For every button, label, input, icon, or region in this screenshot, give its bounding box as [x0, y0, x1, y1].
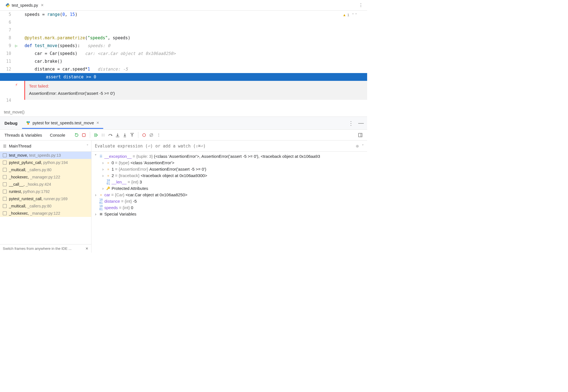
var-exception[interactable]: ˅ ☰ __exception__ = {tuple: 3} (<class '…: [92, 153, 367, 159]
current-execution-line: assert distance >= 0: [0, 73, 367, 81]
thread-name: MainThread: [9, 144, 84, 148]
frame-icon: [3, 168, 7, 172]
expand-eval-icon[interactable]: ˅: [362, 144, 364, 148]
close-run-config-icon[interactable]: ✕: [96, 121, 99, 125]
var-distance[interactable]: 1001 distance = {int} -5: [92, 198, 367, 204]
line-number: 6: [0, 18, 11, 26]
threads-column: MainThread ˅ test_move, test_speeds.py:1…: [0, 141, 92, 253]
add-watch-icon[interactable]: ⊕: [356, 144, 359, 148]
close-hint-icon[interactable]: ✕: [85, 246, 88, 251]
step-into-my-code-icon[interactable]: [121, 131, 129, 139]
variables-column: ⊕ ˅ ˅ ☰ __exception__ = {tuple: 3} (<cla…: [92, 141, 367, 253]
expand-icon[interactable]: ›: [94, 192, 98, 197]
mute-breakpoints-icon[interactable]: [148, 131, 155, 139]
step-into-icon[interactable]: [114, 131, 121, 139]
debug-toolwindow-header: Debug pytest for test_speeds.test_move ✕…: [0, 117, 367, 129]
step-out-icon[interactable]: [129, 131, 136, 139]
view-breakpoints-icon[interactable]: [141, 131, 148, 139]
editor-tab-bar: test_speeds.py ✕ ⋮: [0, 0, 367, 11]
resume-icon[interactable]: [92, 131, 100, 139]
stack-frame[interactable]: pytest_pyfunc_call, python.py:194: [0, 159, 91, 166]
stack-frame[interactable]: _hookexec, _manager.py:122: [0, 210, 91, 217]
group-icon: ▦: [99, 212, 103, 216]
options-icon[interactable]: ⋮: [348, 120, 354, 127]
stack-frame[interactable]: _hookexec, _manager.py:122: [0, 173, 91, 181]
line-number: 7: [0, 26, 11, 34]
thread-dropdown-icon[interactable]: ˅: [86, 144, 88, 148]
layout-settings-icon[interactable]: [357, 131, 364, 139]
frame-icon: [3, 197, 7, 201]
variables-tree: ˅ ☰ __exception__ = {tuple: 3} (<class '…: [92, 152, 367, 253]
object-icon: ≡: [106, 161, 110, 165]
var-special-variables[interactable]: › ▦ Special Variables: [92, 211, 367, 217]
stack-frame[interactable]: runtest, python.py:1792: [0, 188, 91, 195]
exception-icon[interactable]: ⚡: [15, 81, 18, 89]
var-len[interactable]: 1001 __len__ = {int} 3: [92, 179, 367, 185]
var-exception-0[interactable]: › ≡ 0 = {type} <class 'AssertionError'>: [92, 159, 367, 166]
svg-point-1: [28, 121, 30, 123]
stack-frame[interactable]: _multicall, _callers.py:80: [0, 166, 91, 173]
collapse-icon[interactable]: ˅: [94, 154, 98, 159]
thread-selector[interactable]: MainThread ˅: [0, 141, 91, 152]
code-area[interactable]: speeds = range(0, 15) @pytest.mark.param…: [25, 11, 367, 108]
pytest-icon: [26, 121, 30, 125]
run-test-icon[interactable]: ▷: [15, 42, 18, 50]
int-icon: 1001: [99, 205, 103, 210]
debug-body: MainThread ˅ test_move, test_speeds.py:1…: [0, 141, 367, 253]
var-exception-2[interactable]: › ≡ 2 = {traceback} <traceback object at…: [92, 172, 367, 179]
pause-icon[interactable]: [100, 131, 107, 139]
frame-icon: [3, 204, 7, 208]
stack-frame[interactable]: _multicall, _callers.py:80: [0, 202, 91, 210]
code-line: @pytest.mark.parametrize("speeds", speed…: [25, 34, 367, 42]
rerun-icon[interactable]: [73, 131, 80, 139]
stop-icon[interactable]: [80, 131, 88, 139]
code-line: [25, 100, 367, 108]
run-config-label: pytest for test_speeds.test_move: [33, 120, 94, 125]
frame-icon: [3, 211, 7, 215]
stack-frame[interactable]: test_move, test_speeds.py:13: [0, 152, 91, 159]
expand-icon[interactable]: ›: [101, 160, 105, 165]
close-tab-icon[interactable]: ✕: [41, 3, 44, 7]
svg-point-0: [27, 121, 28, 123]
console-tab[interactable]: Console: [50, 133, 65, 137]
expand-icon[interactable]: ›: [101, 173, 105, 178]
line-number: 10: [0, 50, 11, 57]
threads-variables-tab[interactable]: Threads & Variables: [4, 133, 42, 137]
code-line: def test_move(speeds): speeds: 0: [25, 42, 367, 50]
error-title: Test failed:: [29, 83, 363, 90]
line-number: 5: [0, 11, 11, 18]
evaluate-row: ⊕ ˅: [92, 141, 367, 152]
expand-icon[interactable]: ›: [94, 212, 98, 216]
file-tab[interactable]: test_speeds.py ✕: [3, 1, 47, 9]
line-number: 8: [0, 34, 11, 42]
minimize-icon[interactable]: —: [358, 120, 364, 126]
thread-icon: [3, 144, 7, 148]
var-car[interactable]: › ≡ car = {Car} <car.Car object at 0x106…: [92, 192, 367, 198]
var-exception-1[interactable]: › ≡ 1 = {AssertionError} AssertionError(…: [92, 166, 367, 172]
stack-frame[interactable]: pytest_runtest_call, runner.py:169: [0, 195, 91, 202]
line-number: 14: [0, 96, 11, 104]
code-line: [25, 26, 367, 34]
status-hint: Switch frames from anywhere in the IDE .…: [0, 244, 91, 253]
code-line: speeds = range(0, 15): [25, 11, 367, 18]
debug-tab[interactable]: Debug: [0, 117, 22, 129]
evaluate-expression-input[interactable]: [95, 144, 353, 149]
expand-icon[interactable]: ›: [101, 186, 105, 191]
line-number: 12: [0, 65, 11, 73]
frame-icon: [3, 175, 7, 179]
more-icon[interactable]: ⋮: [358, 2, 363, 8]
var-protected-attributes[interactable]: › 🔑 Protected Attributes: [92, 185, 367, 192]
svg-point-4: [143, 134, 146, 137]
var-speeds[interactable]: 1001 speeds = {int} 0: [92, 204, 367, 211]
stack-frame[interactable]: __call__, _hooks.py:424: [0, 181, 91, 188]
expand-icon[interactable]: ›: [101, 167, 105, 171]
step-over-icon[interactable]: [107, 131, 114, 139]
frame-icon: [3, 153, 7, 157]
frame-icon: [3, 161, 7, 164]
run-config-tab[interactable]: pytest for test_speeds.test_move ✕: [22, 118, 103, 129]
breadcrumb[interactable]: test_move(): [0, 108, 367, 117]
svg-rect-3: [83, 134, 86, 137]
line-number: 11: [0, 57, 11, 65]
more-debug-icon[interactable]: ⋮: [155, 131, 162, 139]
code-line: car.brake(): [25, 57, 367, 65]
